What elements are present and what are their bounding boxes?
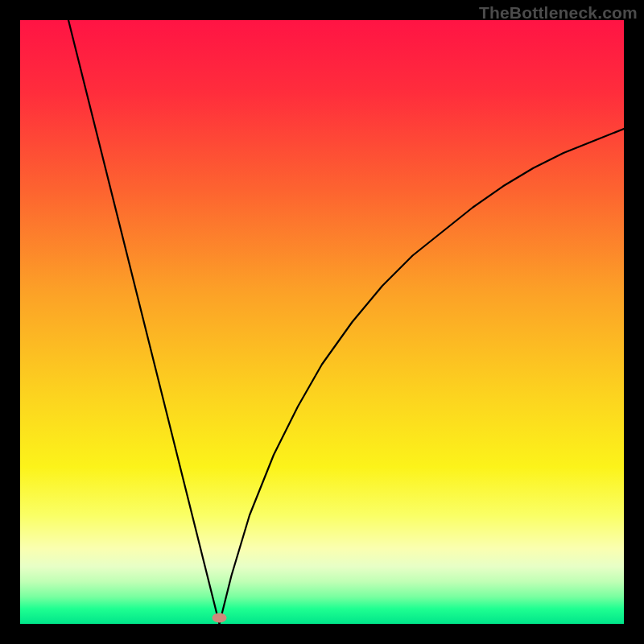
curve-right-branch [220,129,625,624]
vertex-marker [213,613,227,623]
plot-area [20,20,624,624]
curve-left-branch [68,20,220,624]
curve-layer [20,20,624,624]
chart-frame: TheBottleneck.com [0,0,644,644]
